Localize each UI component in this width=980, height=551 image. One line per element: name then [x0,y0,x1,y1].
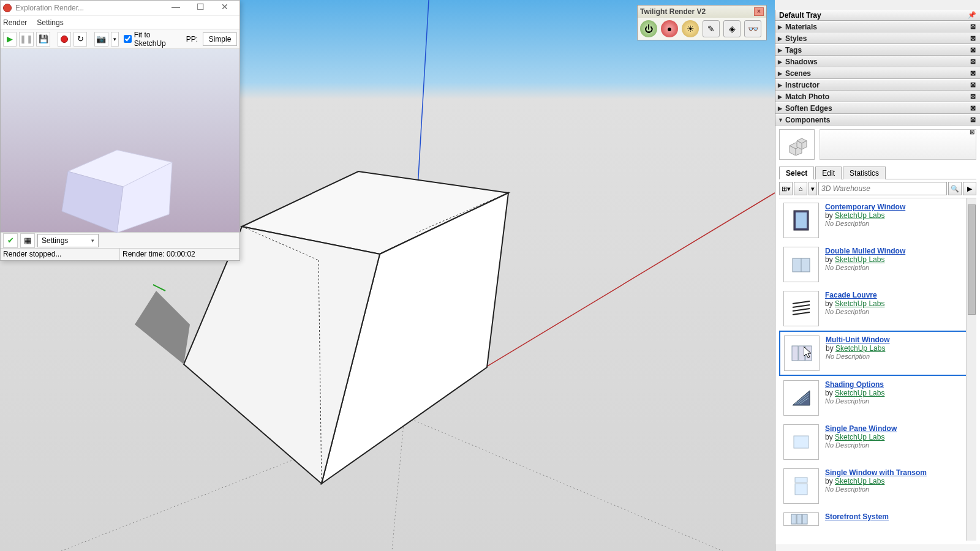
panel-components[interactable]: ▼Components⊠ [775,114,980,126]
twilight-binoculars-icon[interactable]: 👓 [744,20,761,37]
panel-close-icon[interactable]: ⊠ [968,23,978,31]
panel-instructor[interactable]: ▶Instructor⊠ [775,79,980,91]
stop-button[interactable] [58,32,71,47]
pause-button[interactable]: ❚❚ [19,32,34,47]
view-mode-button[interactable]: ⊞▾ [779,182,793,195]
result-storefront-system[interactable]: Storefront System [779,508,976,527]
result-shading-options[interactable]: Shading Options by SketchUp Labs No Desc… [779,376,976,420]
fit-to-sketchup-checkbox[interactable]: Fit to SketchUp [124,31,180,48]
search-button[interactable]: 🔍 [948,182,962,195]
twilight-close-button[interactable]: × [754,7,764,16]
forward-button[interactable]: ▶ [963,182,976,195]
tray-header[interactable]: Default Tray 📌 [775,10,980,21]
pp-select[interactable]: Simple [203,32,237,46]
play-button[interactable]: ▶ [3,32,17,47]
svg-rect-42 [797,514,802,524]
panel-match-photo[interactable]: ▶Match Photo⊠ [775,91,980,102]
panel-scenes[interactable]: ▶Scenes⊠ [775,67,980,79]
component-tabs: Select Edit Statistics [779,166,976,179]
svg-rect-32 [805,346,812,361]
panel-soften-edges[interactable]: ▶Soften Edges⊠ [775,102,980,114]
svg-line-27 [793,305,810,307]
nav-dropdown[interactable]: ▾ [809,182,817,195]
exploration-app-icon [3,4,12,12]
twilight-render-icon[interactable]: ⏻ [640,20,657,37]
search-input[interactable] [818,182,947,195]
apply-button[interactable]: ✔ [3,233,18,248]
twilight-title: Twilight Render V2 [640,7,706,16]
twilight-sun-icon[interactable]: ☀ [682,20,699,37]
fit-checkbox-input[interactable] [124,35,132,43]
svg-rect-43 [802,514,807,524]
svg-rect-23 [796,212,807,228]
render-preview[interactable] [1,48,239,232]
result-double-mulled-window[interactable]: Double Mulled Window by SketchUp Labs No… [779,242,976,287]
camera-dropdown[interactable]: ▾ [111,32,119,47]
result-single-window-transom[interactable]: Single Window with Transom by SketchUp L… [779,464,976,508]
exploration-title: Exploration Render... [15,4,164,12]
camera-button[interactable]: 📷 [94,32,108,47]
component-preview-thumb[interactable] [779,129,815,160]
twilight-edit-icon[interactable]: ✎ [703,20,720,37]
status-message: Render stopped... [1,249,120,260]
pp-label: PP: [186,35,198,43]
tab-statistics[interactable]: Statistics [843,167,886,179]
svg-line-26 [793,301,810,304]
scrollbar-thumb[interactable] [968,204,976,315]
exploration-bottom-toolbar: ✔ ▦ Settings▾ [1,232,239,248]
result-multi-unit-window[interactable]: Multi-Unit Window by SketchUp Labs No De… [779,331,976,376]
refresh-button[interactable]: ↻ [74,32,87,47]
component-search-row: ⊞▾ ⌂ ▾ 🔍 ▶ [779,179,976,198]
svg-line-29 [793,312,810,315]
result-single-pane-window[interactable]: Single Pane Window by SketchUp Labs No D… [779,420,976,464]
result-thumb [783,203,819,238]
svg-marker-9 [135,291,190,364]
svg-line-28 [793,309,810,311]
tab-select[interactable]: Select [779,167,814,179]
twilight-material-icon[interactable]: ◈ [723,20,741,37]
component-description-box[interactable]: ⊠ [820,129,976,160]
default-tray: Default Tray 📌 ▶Materials⊠ ▶Styles⊠ ▶Tag… [775,10,980,551]
exploration-statusbar: Render stopped... Render time: 00:00:02 [1,248,239,260]
menu-render[interactable]: Render [3,18,27,27]
settings-dropdown[interactable]: Settings▾ [37,234,99,247]
close-button[interactable]: ✕ [213,2,237,14]
svg-line-5 [153,285,165,291]
results-scrollbar[interactable] [966,198,976,541]
maximize-button[interactable]: ☐ [188,2,213,14]
menu-settings[interactable]: Settings [37,18,63,27]
tab-edit[interactable]: Edit [815,167,842,179]
svg-line-1 [404,416,723,551]
svg-line-2 [392,416,404,551]
grid-button[interactable]: ▦ [20,233,35,248]
components-body: ⊠ Select Edit Statistics ⊞▾ ⌂ ▾ 🔍 ▶ Cont… [775,126,980,544]
fit-label: Fit to SketchUp [134,31,180,48]
panel-shadows[interactable]: ▶Shadows⊠ [775,56,980,67]
pin-icon[interactable]: 📌 [968,11,976,19]
panel-styles[interactable]: ▶Styles⊠ [775,32,980,44]
result-description: No Description [825,220,972,227]
exploration-toolbar: ▶ ❚❚ 💾 ↻ 📷 ▾ Fit to SketchUp PP: Simple [1,29,239,48]
exploration-render-window: Exploration Render... — ☐ ✕ Render Setti… [0,0,240,261]
component-results[interactable]: Contemporary Window by SketchUp Labs No … [779,198,976,541]
render-time: Render time: 00:00:02 [120,249,239,260]
svg-rect-31 [799,346,805,361]
twilight-titlebar[interactable]: Twilight Render V2 × [638,6,766,18]
twilight-stop-icon[interactable]: ● [661,20,678,37]
expand-icon[interactable]: ⊠ [970,129,974,135]
exploration-titlebar[interactable]: Exploration Render... — ☐ ✕ [1,1,239,15]
save-image-button[interactable]: 💾 [36,32,50,47]
tray-title: Default Tray [779,11,821,20]
result-title[interactable]: Contemporary Window [825,203,972,211]
home-button[interactable]: ⌂ [794,182,807,195]
svg-rect-39 [795,478,807,482]
twilight-toolbar[interactable]: Twilight Render V2 × ⏻ ● ☀ ✎ ◈ 👓 [637,5,767,40]
result-facade-louvre[interactable]: Facade Louvre by SketchUp Labs No Descri… [779,287,976,331]
result-contemporary-window[interactable]: Contemporary Window by SketchUp Labs No … [779,198,976,242]
panel-materials[interactable]: ▶Materials⊠ [775,21,980,32]
svg-rect-38 [794,436,809,448]
panel-tags[interactable]: ▶Tags⊠ [775,44,980,56]
exploration-menubar: Render Settings [1,15,239,29]
result-author[interactable]: SketchUp Labs [835,211,884,220]
minimize-button[interactable]: — [164,2,188,14]
